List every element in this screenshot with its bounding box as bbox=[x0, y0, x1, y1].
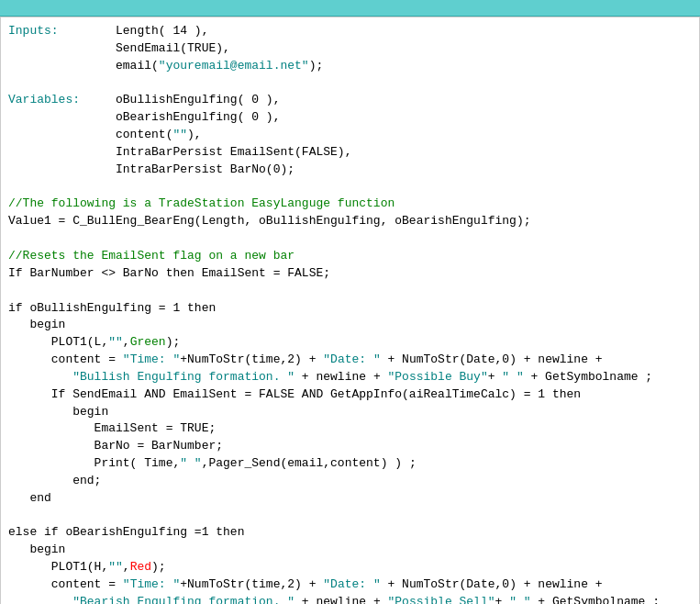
code-line-4 bbox=[8, 75, 692, 93]
code-line-14: //Resets the EmailSent flag on a new bar bbox=[8, 248, 692, 265]
code-line-25: BarNo = BarNumber; bbox=[8, 438, 692, 455]
code-line-5: Variables: oBullishEngulfing( 0 ), bbox=[8, 92, 692, 109]
code-line-1: Inputs: Length( 14 ), bbox=[8, 23, 692, 40]
code-line-16 bbox=[8, 283, 692, 300]
code-line-8: IntraBarPersist EmailSent(FALSE), bbox=[8, 144, 692, 162]
code-line-2: SendEmail(TRUE), bbox=[8, 40, 692, 58]
code-line-12: Value1 = C_BullEng_BearEng(Length, oBull… bbox=[8, 213, 692, 230]
code-line-29 bbox=[8, 508, 692, 525]
code-line-30: else if oBearishEngulfing =1 then bbox=[8, 524, 692, 542]
code-line-13 bbox=[8, 230, 692, 248]
code-line-33: content = "Time: "+NumToStr(time,2) + "D… bbox=[8, 576, 692, 594]
code-line-17: if oBullishEngulfing = 1 then bbox=[8, 300, 692, 318]
code-line-24: EmailSent = TRUE; bbox=[8, 420, 692, 438]
code-line-15: If BarNumber <> BarNo then EmailSent = F… bbox=[8, 265, 692, 283]
code-line-18: begin bbox=[8, 317, 692, 334]
code-line-9: IntraBarPersist BarNo(0); bbox=[8, 162, 692, 179]
code-line-23: begin bbox=[8, 404, 692, 421]
code-line-6: oBearishEngulfing( 0 ), bbox=[8, 109, 692, 127]
code-line-19: PLOT1(L,"",Green); bbox=[8, 334, 692, 352]
code-line-10 bbox=[8, 179, 692, 196]
code-line-26: Print( Time," ",Pager_Send(email,content… bbox=[8, 455, 692, 473]
code-line-31: begin bbox=[8, 542, 692, 559]
code-line-21: "Bullish Engulfing formation. " + newlin… bbox=[8, 369, 692, 386]
code-line-28: end bbox=[8, 490, 692, 508]
code-line-22: If SendEmail AND EmailSent = FALSE AND G… bbox=[8, 386, 692, 404]
code-line-3: email("youremail@email.net"); bbox=[8, 58, 692, 75]
code-line-34: "Bearish Engulfing formation. " + newlin… bbox=[8, 594, 692, 604]
header-bar bbox=[0, 0, 700, 17]
code-line-7: content(""), bbox=[8, 127, 692, 144]
code-line-11: //The following is a TradeStation EasyLa… bbox=[8, 196, 692, 213]
code-line-32: PLOT1(H,"",Red); bbox=[8, 559, 692, 576]
code-line-20: content = "Time: "+NumToStr(time,2) + "D… bbox=[8, 352, 692, 369]
code-editor[interactable]: Inputs: Length( 14 ), SendEmail(TRUE), e… bbox=[0, 17, 700, 604]
code-line-27: end; bbox=[8, 473, 692, 490]
